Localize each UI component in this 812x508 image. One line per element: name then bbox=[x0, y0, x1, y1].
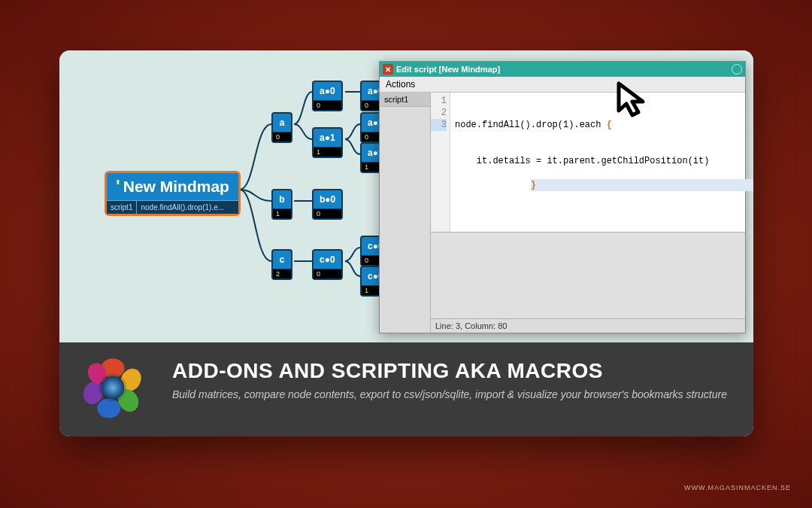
banner: ADD-ONS AND SCRIPTING AKA MACROS Build m… bbox=[59, 342, 753, 437]
root-script-label: script1 bbox=[107, 201, 137, 214]
node-c0[interactable]: c●0 0 bbox=[312, 249, 343, 280]
code-editor[interactable]: 1 2 3 node.findAll().drop(1).each { it.d… bbox=[431, 93, 745, 232]
node-a0[interactable]: a●0 0 bbox=[312, 81, 343, 111]
root-accent: ' bbox=[116, 178, 120, 196]
mindmap-root-node[interactable]: ' New Mindmap script1 node.findAll().dro… bbox=[105, 171, 241, 216]
close-icon[interactable]: ✕ bbox=[383, 64, 393, 75]
editor-script-list[interactable]: script1 bbox=[380, 93, 431, 333]
editor-statusbar: Line: 3, Column: 80 bbox=[431, 318, 745, 333]
maximize-icon[interactable] bbox=[732, 64, 742, 75]
svg-point-7 bbox=[102, 376, 125, 400]
freeplane-logo-icon bbox=[80, 355, 145, 420]
root-title-text: New Mindmap bbox=[123, 178, 229, 196]
node-a[interactable]: a 0 bbox=[271, 112, 292, 143]
menu-actions[interactable]: Actions bbox=[386, 79, 415, 90]
code-text[interactable]: node.findAll().drop(1).each { it.details… bbox=[450, 93, 745, 232]
root-script-preview: node.findAll().drop(1).e... bbox=[137, 201, 231, 214]
node-a1[interactable]: a●1 1 bbox=[312, 127, 343, 158]
editor-code-panel: 1 2 3 node.findAll().drop(1).each { it.d… bbox=[431, 93, 745, 333]
editor-titlebar[interactable]: ✕ Edit script [New Mindmap] bbox=[380, 62, 745, 77]
cursor-icon bbox=[613, 79, 656, 123]
node-b0[interactable]: b●0 0 bbox=[312, 189, 343, 220]
line-gutter: 1 2 3 bbox=[431, 93, 450, 232]
node-c[interactable]: c 2 bbox=[271, 249, 292, 280]
root-script-row[interactable]: script1 node.findAll().drop(1).e... bbox=[107, 200, 238, 214]
svg-point-4 bbox=[97, 399, 120, 418]
script-editor-window[interactable]: ✕ Edit script [New Mindmap] Actions scri… bbox=[379, 61, 746, 333]
node-b[interactable]: b 1 bbox=[271, 189, 292, 220]
editor-output-panel[interactable] bbox=[431, 232, 745, 318]
editor-menubar[interactable]: Actions bbox=[380, 77, 745, 93]
banner-subtitle: Build matrices, compare node contents, e… bbox=[172, 388, 728, 402]
script-list-item[interactable]: script1 bbox=[380, 93, 430, 107]
banner-title: ADD-ONS AND SCRIPTING AKA MACROS bbox=[172, 359, 728, 383]
editor-window-title: Edit script [New Mindmap] bbox=[396, 65, 729, 74]
watermark-text: WWW.MAGASINMACKEN.SE bbox=[684, 484, 791, 491]
